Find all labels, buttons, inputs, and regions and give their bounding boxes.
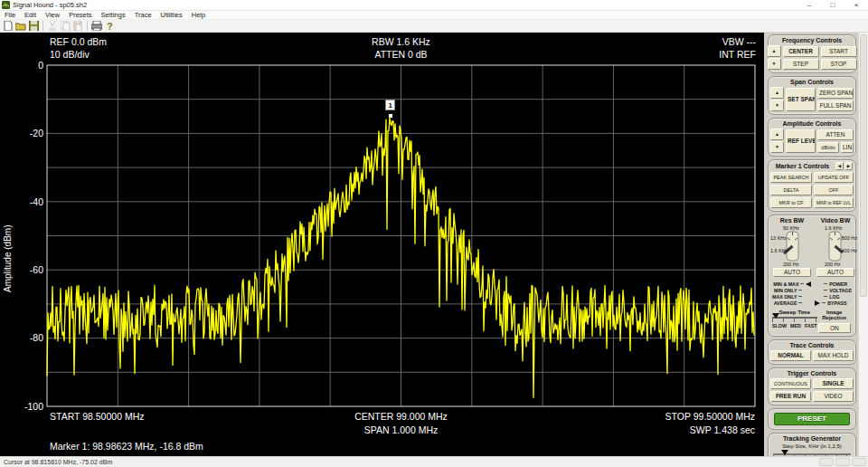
- panel-scrollbar[interactable]: [858, 33, 868, 456]
- menu-file[interactable]: File: [0, 11, 20, 19]
- video-bw-200hz-label: 200 Hz: [825, 262, 840, 267]
- status-pane: [819, 458, 834, 466]
- menu-trace[interactable]: Trace: [130, 11, 156, 19]
- delta-button[interactable]: DELTA: [770, 185, 812, 195]
- menu-view[interactable]: View: [41, 11, 64, 19]
- image-rejection-on-button[interactable]: ON: [818, 323, 851, 333]
- open-file-icon[interactable]: [15, 21, 26, 32]
- res-bw-title: Res BW: [780, 217, 804, 224]
- det-average-label: AVERAGE: [774, 300, 797, 306]
- copy-icon[interactable]: [60, 21, 71, 32]
- detector-selected-arrow-icon: [806, 281, 811, 287]
- resize-grip[interactable]: [852, 458, 866, 466]
- y-tick-20: -20: [2, 128, 43, 138]
- span-up-arrow-icon[interactable]: ▲: [770, 87, 784, 99]
- peak-search-button[interactable]: PEAK SEARCH: [770, 172, 812, 183]
- center-freq-button[interactable]: CENTER: [783, 46, 819, 57]
- stop-freq-button[interactable]: STOP: [821, 59, 857, 70]
- print-icon[interactable]: [91, 21, 102, 32]
- video-bw-title: Video BW: [821, 217, 851, 224]
- cut-icon[interactable]: [47, 21, 58, 32]
- res-bw-200hz-label: 200 Hz: [783, 262, 798, 267]
- proc-bypass-label: BYPASS: [827, 300, 846, 306]
- trigger-controls-group: Trigger Controls CONTINUOUS SINGLE FREE …: [768, 367, 856, 405]
- sweep-slow-label: SLOW: [772, 323, 787, 329]
- trigger-video-button[interactable]: VIDEO: [813, 391, 854, 402]
- det-max-only-label: MAX ONLY: [772, 294, 797, 300]
- trigger-single-button[interactable]: SINGLE: [813, 378, 854, 389]
- full-span-button[interactable]: FULL SPAN: [817, 100, 854, 111]
- group-title: Frequency Controls: [770, 37, 854, 43]
- amp-down-arrow-icon[interactable]: ▼: [770, 141, 784, 153]
- menu-edit[interactable]: Edit: [20, 11, 41, 19]
- detector-mode-selector[interactable]: MIN & MAX MIN ONLY MAX ONLY AVERAGE: [772, 281, 811, 306]
- res-bw-auto-button[interactable]: AUTO: [773, 268, 811, 277]
- title-bar: Signal Hound - sp05.sh2 – □ ×: [0, 0, 868, 11]
- step-size-label: Step Size, KHz (in 1,2,5): [770, 443, 854, 449]
- set-span-button[interactable]: SET SPAN: [786, 88, 816, 111]
- marker-1-point: [389, 114, 392, 118]
- maximize-button[interactable]: □: [821, 0, 844, 11]
- res-bw-knob[interactable]: 50 KHz 13 KHz 1.6 KHz 200 Hz: [770, 225, 814, 267]
- freq-up-arrow-icon[interactable]: ▲: [768, 45, 781, 57]
- video-bw-auto-button[interactable]: AUTO: [816, 268, 854, 277]
- step-size-thumb[interactable]: [781, 450, 788, 455]
- close-button[interactable]: ×: [844, 0, 868, 11]
- cursor-readout: Cursor at 98.815810 MHz, -75.02 dBm: [0, 459, 819, 465]
- freq-down-arrow-icon[interactable]: ▼: [768, 58, 781, 70]
- proc-voltage-label: VOLTAGE: [829, 288, 852, 293]
- res-bw-13khz-label: 13 KHz: [770, 235, 787, 241]
- sweep-time-thumb[interactable]: [772, 313, 779, 319]
- marker-prev-arrow-icon[interactable]: ◀: [835, 162, 844, 170]
- update-off-button[interactable]: UPDATE OFF: [814, 172, 854, 183]
- lin-button[interactable]: LIN: [841, 142, 854, 153]
- paste-icon[interactable]: [72, 21, 83, 32]
- y-tick-100: -100: [2, 401, 43, 412]
- panel-scrollbar-thumb[interactable]: [860, 34, 867, 297]
- menu-presets[interactable]: Presets: [64, 11, 96, 19]
- marker-off-button[interactable]: OFF: [814, 185, 854, 195]
- video-bw-800hz-label: 800 Hz: [842, 235, 857, 241]
- group-title: Marker 1 Controls: [771, 163, 834, 169]
- menu-settings[interactable]: Settings: [97, 11, 130, 19]
- amp-up-arrow-icon[interactable]: ▲: [770, 129, 784, 140]
- spectrum-display[interactable]: REF 0.0 dBm 10 dB/div RBW 1.6 KHz ATTEN …: [0, 33, 764, 456]
- step-freq-button[interactable]: STEP: [783, 59, 819, 70]
- status-pane: [835, 458, 850, 466]
- process-selected-arrow-icon: [815, 300, 820, 306]
- process-mode-selector[interactable]: POWER VOLTAGE LOG BYPASS: [815, 281, 852, 306]
- trace-normal-button[interactable]: NORMAL: [770, 350, 811, 361]
- image-rejection-title: Image Rejection: [817, 310, 853, 320]
- help-icon[interactable]: ?: [104, 21, 115, 32]
- sweep-time-slider[interactable]: [772, 317, 817, 322]
- trigger-continuous-button[interactable]: CONTINUOUS: [770, 378, 811, 389]
- ref-level-button[interactable]: REF LEVEL: [786, 129, 816, 153]
- span-down-arrow-icon[interactable]: ▼: [770, 100, 784, 111]
- res-bw-1-6khz-label: 1.6 KHz: [770, 248, 788, 253]
- trigger-free-run-button[interactable]: FREE RUN: [770, 391, 811, 402]
- span-controls-group: Span Controls ▲ ▼ SET SPAN ZERO SPAN FUL…: [768, 76, 856, 115]
- spectrum-trace-plot[interactable]: [46, 64, 756, 407]
- group-title: Trigger Controls: [770, 370, 854, 376]
- app-logo-icon: [2, 1, 10, 9]
- mkr-to-ref-lvl-button[interactable]: MKR to REF LVL: [814, 197, 854, 208]
- save-icon[interactable]: [28, 21, 39, 32]
- toolbar-separator: [87, 21, 88, 31]
- trace-max-hold-button[interactable]: MAX HOLD: [813, 350, 854, 361]
- proc-log-label: LOG: [829, 294, 839, 300]
- minimize-button[interactable]: –: [797, 0, 821, 11]
- db-div-button[interactable]: dB/div: [817, 142, 839, 153]
- zero-span-button[interactable]: ZERO SPAN: [817, 88, 854, 99]
- video-bw-knob[interactable]: 1.6 KHz 800 Hz 400 Hz 200 Hz: [814, 225, 857, 267]
- marker-next-arrow-icon[interactable]: ▶: [844, 162, 853, 170]
- toolbar: ?: [0, 20, 868, 33]
- new-file-icon[interactable]: [3, 21, 14, 32]
- trace-controls-group: Trace Controls NORMAL MAX HOLD: [768, 339, 856, 365]
- mkr-to-cf-button[interactable]: MKR to CF: [770, 197, 812, 208]
- menu-utilities[interactable]: Utilities: [156, 11, 187, 19]
- atten-button[interactable]: ATTEN: [817, 129, 854, 140]
- preset-button[interactable]: PRESET: [774, 413, 850, 425]
- menu-help[interactable]: Help: [187, 11, 210, 19]
- marker-1-flag[interactable]: 1: [385, 100, 395, 110]
- start-freq-button[interactable]: START: [821, 46, 857, 57]
